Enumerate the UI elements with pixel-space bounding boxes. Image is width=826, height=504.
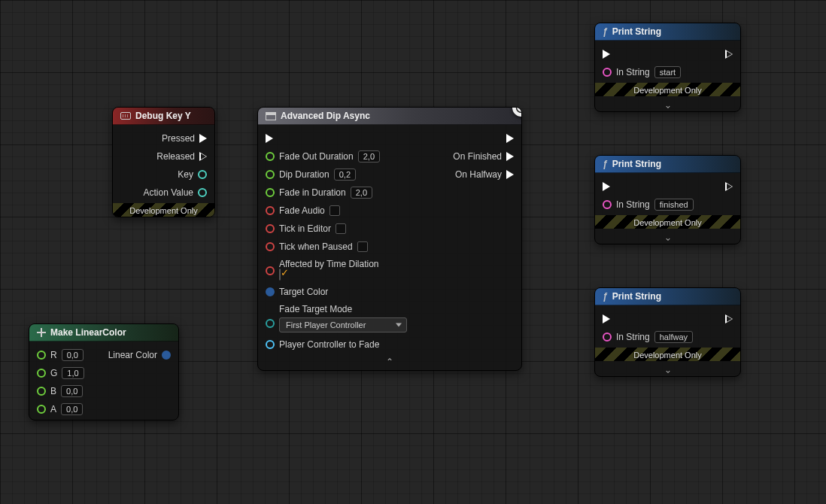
input-instring[interactable]: halfway xyxy=(654,331,693,343)
pin-g[interactable] xyxy=(37,369,46,378)
node-header[interactable]: Advanced Dip Async xyxy=(258,108,521,125)
pin-exec-in[interactable] xyxy=(603,182,610,191)
pin-tickpaused[interactable] xyxy=(266,242,275,251)
pin-onfinished[interactable] xyxy=(506,152,514,161)
node-title: Advanced Dip Async xyxy=(281,111,370,121)
input-a[interactable]: 0,0 xyxy=(61,403,83,415)
input-fadeout[interactable]: 2,0 xyxy=(358,150,380,162)
pin-fadein-label: Fade in Duration xyxy=(279,187,346,198)
expand-chevron-icon[interactable]: ⌃ xyxy=(595,229,740,244)
node-header[interactable]: ƒ Print String xyxy=(595,288,740,305)
checkbox-fadeaudio[interactable] xyxy=(329,205,340,216)
checkbox-timedilation[interactable] xyxy=(279,269,281,281)
pin-fadeaudio-label: Fade Audio xyxy=(279,205,325,216)
pin-r[interactable] xyxy=(37,351,46,360)
pin-timedilation[interactable] xyxy=(266,266,275,275)
keyboard-icon xyxy=(120,112,131,120)
pin-tickpaused-label: Tick when Paused xyxy=(279,241,353,252)
pin-dipdur[interactable] xyxy=(266,170,275,179)
pin-pressed-label: Pressed xyxy=(162,133,195,144)
pin-targetcolor[interactable] xyxy=(266,287,275,296)
pin-g-label: G xyxy=(50,368,57,378)
node-debug-key[interactable]: Debug Key Y Pressed Released Key Action … xyxy=(112,107,215,217)
development-only-banner: Development Only xyxy=(595,215,740,229)
development-only-banner: Development Only xyxy=(595,348,740,361)
pin-onhalfway-label: On Halfway xyxy=(455,169,502,180)
input-fadein[interactable]: 2,0 xyxy=(351,187,372,199)
expand-chevron-icon[interactable]: ⌃ xyxy=(595,361,740,376)
input-dipdur[interactable]: 0,2 xyxy=(334,169,356,181)
node-make-linearcolor[interactable]: Make LinearColor R 0,0 Linear Color G 1,… xyxy=(29,323,179,421)
input-instring[interactable]: finished xyxy=(654,199,694,211)
pin-instring[interactable] xyxy=(603,332,612,342)
node-title: Print String xyxy=(612,159,661,169)
pin-released-label: Released xyxy=(156,151,195,162)
pin-fadein[interactable] xyxy=(266,188,275,197)
pin-a[interactable] xyxy=(37,405,46,414)
pin-targetcolor-label: Target Color xyxy=(279,287,328,297)
node-header[interactable]: ƒ Print String xyxy=(595,156,740,173)
pin-fadetargetmode[interactable] xyxy=(266,319,275,328)
pin-actionvalue-label: Action Value xyxy=(144,187,194,198)
pin-instring-label: In String xyxy=(616,199,650,210)
checkbox-tickpaused[interactable] xyxy=(357,241,368,252)
node-print-string-halfway[interactable]: ƒ Print String In String halfway Develop… xyxy=(594,287,741,377)
node-advanced-dip-async[interactable]: Advanced Dip Async Fade Out Duration 2,0… xyxy=(257,107,522,371)
struct-icon xyxy=(37,328,46,337)
pin-exec-out[interactable] xyxy=(725,314,733,323)
collapse-chevron-icon[interactable]: ⌃ xyxy=(258,355,521,370)
expand-chevron-icon[interactable]: ⌃ xyxy=(595,96,740,111)
pin-exec-out[interactable] xyxy=(506,134,514,143)
pin-exec-in[interactable] xyxy=(266,134,273,143)
pin-pressed-exec[interactable] xyxy=(199,134,207,143)
pin-fadeaudio[interactable] xyxy=(266,206,275,215)
pin-actionvalue[interactable] xyxy=(198,188,207,197)
pin-playercontroller[interactable] xyxy=(266,340,275,349)
pin-out-label: Linear Color xyxy=(108,350,157,360)
node-print-string-finished[interactable]: ƒ Print String In String finished Develo… xyxy=(594,155,741,244)
node-title: Make LinearColor xyxy=(50,327,126,338)
development-only-banner: Development Only xyxy=(595,83,740,96)
checkbox-tickeditor[interactable] xyxy=(336,223,346,234)
window-icon xyxy=(266,112,276,120)
node-header[interactable]: Make LinearColor xyxy=(29,324,178,342)
pin-timedilation-label: Affected by Time Dilation xyxy=(279,259,379,269)
pin-exec-out[interactable] xyxy=(725,182,733,191)
pin-exec-in[interactable] xyxy=(603,314,610,323)
pin-key[interactable] xyxy=(198,170,207,179)
function-icon: ƒ xyxy=(603,159,608,169)
node-title: Debug Key Y xyxy=(135,111,191,121)
input-r[interactable]: 0,0 xyxy=(62,349,84,361)
pin-released-exec[interactable] xyxy=(199,152,207,161)
pin-tickeditor-label: Tick in Editor xyxy=(279,223,331,234)
development-only-banner: Development Only xyxy=(113,203,214,217)
input-b[interactable]: 0,0 xyxy=(61,385,83,397)
node-header[interactable]: ƒ Print String xyxy=(595,23,740,41)
pin-playercontroller-label: Player Controller to Fade xyxy=(279,339,379,350)
input-instring[interactable]: start xyxy=(654,66,681,78)
input-g[interactable]: 1,0 xyxy=(62,367,84,379)
pin-instring-label: In String xyxy=(616,67,650,77)
pin-instring[interactable] xyxy=(603,68,612,77)
pin-instring[interactable] xyxy=(603,200,612,209)
select-fadetargetmode[interactable]: First Player Controller xyxy=(279,317,407,332)
pin-tickeditor[interactable] xyxy=(266,224,275,233)
pin-b[interactable] xyxy=(37,387,46,396)
node-header[interactable]: Debug Key Y xyxy=(113,108,214,125)
function-icon: ƒ xyxy=(603,291,608,302)
node-print-string-start[interactable]: ƒ Print String In String start Developme… xyxy=(594,23,741,112)
pin-fadetargetmode-label: Fade Target Mode xyxy=(279,304,352,314)
pin-key-label: Key xyxy=(178,169,193,180)
node-title: Print String xyxy=(612,291,661,302)
pin-b-label: B xyxy=(50,386,56,396)
node-title: Print String xyxy=(612,26,661,37)
pin-instring-label: In String xyxy=(616,332,650,342)
pin-onhalfway[interactable] xyxy=(506,170,514,179)
pin-exec-in[interactable] xyxy=(603,50,610,59)
pin-linearcolor-out[interactable] xyxy=(162,351,171,360)
pin-r-label: R xyxy=(50,350,57,360)
pin-exec-out[interactable] xyxy=(725,50,733,59)
pin-fadeout-label: Fade Out Duration xyxy=(279,151,354,162)
pin-fadeout[interactable] xyxy=(266,152,275,161)
pin-a-label: A xyxy=(50,404,56,414)
